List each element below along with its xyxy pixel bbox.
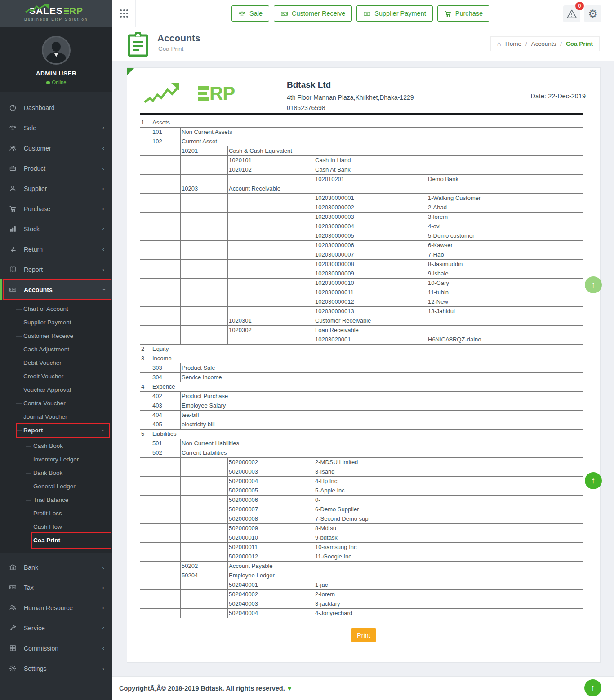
submenu-item-debit-voucher[interactable]: Debit Voucher	[0, 356, 112, 370]
coa-empty-cell	[140, 467, 151, 477]
sidebar-item-settings[interactable]: Settings‹	[0, 658, 112, 678]
breadcrumb-home[interactable]: Home	[505, 40, 521, 47]
sidebar-item-report[interactable]: Report‹	[0, 259, 112, 279]
coa-empty-cell	[228, 194, 314, 203]
coa-empty-cell	[181, 175, 228, 184]
coa-code: 1	[140, 118, 151, 128]
sidebar-item-commission[interactable]: Commission‹	[0, 638, 112, 658]
sidebar-item-service[interactable]: Service‹	[0, 618, 112, 638]
sidebar-item-purchase[interactable]: Purchase‹	[0, 199, 112, 219]
avatar[interactable]	[42, 36, 71, 65]
coa-row: 1020300000066-Kawser	[140, 241, 583, 250]
submenu-item-journal-voucher[interactable]: Journal Voucher	[0, 410, 112, 424]
submenu-item-profit-loss[interactable]: Profit Loss	[0, 507, 112, 520]
page-subtitle: Coa Print	[157, 45, 200, 52]
clipboard-icon	[127, 31, 149, 58]
coa-empty-cell	[140, 373, 151, 382]
submenu-item-cash-adjustment[interactable]: Cash Adjustment	[0, 343, 112, 356]
print-button[interactable]: Print	[351, 628, 376, 642]
coa-empty-cell	[151, 297, 181, 307]
coa-code: 502000007	[228, 505, 314, 514]
coa-empty-cell	[140, 241, 151, 250]
submenu-item-trial-balance[interactable]: Trial Balance	[0, 493, 112, 507]
sidebar-item-hr[interactable]: Human Resource‹	[0, 598, 112, 618]
sidebar-item-accounts[interactable]: Accounts ‹	[0, 279, 112, 300]
coa-code: 102030000006	[314, 241, 427, 250]
scroll-top-button[interactable]: ↑	[584, 679, 601, 696]
coa-empty-cell	[140, 590, 151, 599]
submenu-item-contra-voucher[interactable]: Contra Voucher	[0, 397, 112, 410]
coa-empty-cell	[181, 307, 228, 316]
sidebar-item-stock[interactable]: Stock‹	[0, 219, 112, 239]
submenu-item-inventory-ledger[interactable]: Inventory Ledger	[0, 453, 112, 466]
apps-grid-icon[interactable]	[112, 0, 136, 27]
coa-row: 50202Account Payable	[140, 562, 583, 571]
coa-name: 9-isbale	[427, 269, 583, 279]
coa-empty-cell	[181, 467, 228, 477]
quick-button-sale[interactable]: Sale	[231, 5, 269, 22]
coa-empty-cell	[228, 250, 314, 260]
sidebar-item-report-sub[interactable]: Report ‹	[0, 424, 112, 437]
gauge-icon	[9, 104, 17, 112]
submenu-item-vouchar-approval[interactable]: Vouchar Approval	[0, 383, 112, 397]
sidebar-item-label: Return	[24, 246, 43, 253]
quick-button-supplier-payment[interactable]: Supplier Payment	[356, 5, 432, 22]
coa-code: 502000009	[228, 524, 314, 533]
scroll-top-button[interactable]: ↑	[585, 472, 602, 489]
coa-name: Current Asset	[181, 137, 583, 146]
app-logo[interactable]: SALESRP Business ERP Solution	[0, 0, 112, 27]
scroll-top-button[interactable]: ↑	[585, 276, 602, 293]
coa-name: H6NICA8RQZ-daino	[427, 335, 583, 345]
coa-empty-cell	[140, 363, 151, 373]
sidebar-item-dashboard[interactable]: Dashboard	[0, 97, 112, 118]
coa-row: 1020300000033-lorem	[140, 213, 583, 222]
coa-row: 1020301Customer Receivable	[140, 316, 583, 326]
coa-empty-cell	[228, 241, 314, 250]
submenu-item-customer-receive[interactable]: Customer Receive	[0, 329, 112, 343]
submenu-item-general-ledger[interactable]: General Ledger	[0, 480, 112, 493]
coa-row: 102010201Demo Bank	[140, 175, 583, 184]
quick-button-purchase[interactable]: Purchase	[437, 5, 489, 22]
submenu-item-cash-book[interactable]: Cash Book	[0, 439, 112, 453]
sidebar-item-return[interactable]: Return‹	[0, 239, 112, 259]
submenu-item-bank-book[interactable]: Bank Book	[0, 466, 112, 480]
coa-code: 1020302	[228, 326, 314, 335]
coa-empty-cell	[181, 543, 228, 552]
arrow-up-icon: ↑	[591, 476, 596, 486]
chevron-left-icon: ‹	[102, 645, 104, 651]
coa-row: 5Liabilities	[140, 430, 583, 439]
submenu-item-supplier-payment[interactable]: Supplier Payment	[0, 316, 112, 329]
sidebar-item-sale[interactable]: Sale‹	[0, 118, 112, 138]
page-titles: Accounts Coa Print	[157, 33, 200, 52]
coa-empty-cell	[140, 279, 151, 288]
sidebar-item-product[interactable]: Product‹	[0, 158, 112, 178]
submenu-item-chart-of-account[interactable]: Chart of Account	[0, 302, 112, 316]
alerts-button[interactable]: 0	[563, 5, 580, 22]
sidebar-nav-top: DashboardSale‹Customer‹Product‹Supplier‹…	[0, 97, 112, 279]
submenu-item-credit-voucher[interactable]: Credit Voucher	[0, 370, 112, 383]
coa-empty-cell	[151, 580, 181, 590]
sidebar-item-supplier[interactable]: Supplier‹	[0, 178, 112, 199]
coa-empty-cell	[228, 288, 314, 297]
coa-name: 7-Second Demo sup	[314, 514, 583, 524]
sidebar-item-customer[interactable]: Customer‹	[0, 138, 112, 158]
coa-row: 5020400022-lorem	[140, 590, 583, 599]
sidebar-item-bank[interactable]: Bank‹	[0, 557, 112, 577]
quick-button-customer-receive[interactable]: Customer Receive	[274, 5, 352, 22]
money-icon	[363, 10, 371, 18]
gear-icon	[9, 665, 17, 673]
coa-empty-cell	[151, 184, 181, 194]
sidebar-item-tax[interactable]: Tax‹	[0, 577, 112, 598]
settings-button[interactable]: ⚙	[584, 5, 601, 22]
breadcrumb-accounts[interactable]: Accounts	[531, 40, 556, 47]
coa-row: 10203000001010-Gary	[140, 279, 583, 288]
coa-name: 6-Demo Supplier	[314, 505, 583, 514]
coa-empty-cell	[181, 552, 228, 562]
submenu-item-cash-flow[interactable]: Cash Flow	[0, 520, 112, 534]
coa-code: 501	[151, 439, 181, 448]
coa-row: 405electricity bill	[140, 420, 583, 430]
coa-empty-cell	[151, 165, 181, 175]
submenu-item-coa-print[interactable]: Coa Print	[0, 534, 112, 547]
coa-empty-cell	[151, 562, 181, 571]
coa-empty-cell	[140, 401, 151, 411]
